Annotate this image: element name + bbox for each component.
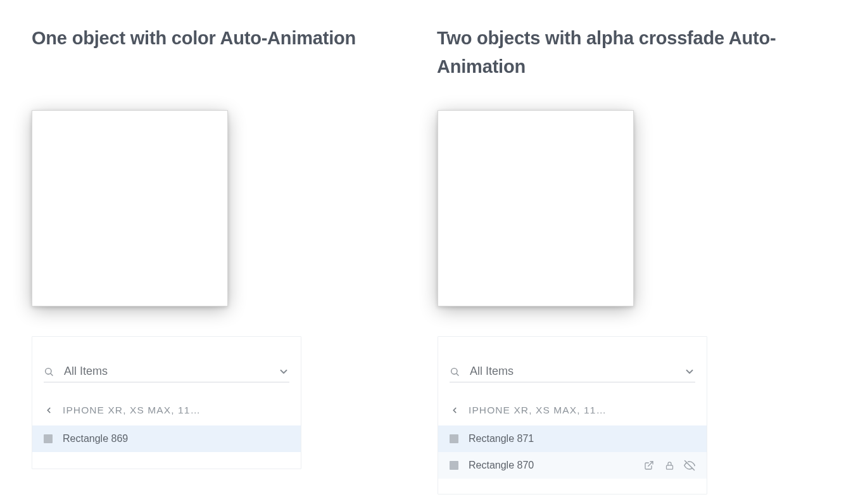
breadcrumb-label: IPHONE XR, XS MAX, 11… xyxy=(63,405,289,416)
layer-tools xyxy=(643,460,695,471)
preview-canvas-left xyxy=(32,110,228,306)
layers-panel-left: All Items IPHONE XR, XS MAX, 11… Rectang… xyxy=(32,336,301,469)
chevron-down-icon xyxy=(684,366,695,377)
filter-row[interactable]: All Items xyxy=(44,361,289,382)
layer-rows-right: Rectangle 871 Rectangle 870 xyxy=(438,425,707,479)
layer-rows-left: Rectangle 869 xyxy=(32,425,301,452)
breadcrumb-row[interactable]: IPHONE XR, XS MAX, 11… xyxy=(450,399,695,422)
chevron-down-icon xyxy=(278,366,289,377)
layer-label: Rectangle 869 xyxy=(63,433,289,444)
filter-label: All Items xyxy=(64,365,278,378)
chevron-left-icon xyxy=(44,405,54,415)
svg-line-3 xyxy=(457,374,458,375)
chevron-left-icon xyxy=(450,405,460,415)
search-icon xyxy=(450,367,460,377)
layer-swatch-icon xyxy=(44,434,53,443)
svg-point-2 xyxy=(451,368,457,374)
layer-row[interactable]: Rectangle 870 xyxy=(438,452,707,479)
heading-right: Two objects with alpha crossfade Auto-An… xyxy=(437,24,842,81)
lock-icon[interactable] xyxy=(664,460,675,471)
layer-row[interactable]: Rectangle 871 xyxy=(438,425,707,452)
svg-line-4 xyxy=(648,462,653,466)
layer-swatch-icon xyxy=(450,461,458,470)
layer-swatch-icon xyxy=(450,434,458,443)
svg-line-1 xyxy=(51,374,53,375)
preview-canvas-right xyxy=(438,110,634,306)
filter-row[interactable]: All Items xyxy=(450,361,695,382)
eye-off-icon[interactable] xyxy=(684,460,695,471)
layer-label: Rectangle 870 xyxy=(469,460,643,471)
breadcrumb-row[interactable]: IPHONE XR, XS MAX, 11… xyxy=(44,399,289,422)
open-external-icon[interactable] xyxy=(643,460,655,471)
layer-label: Rectangle 871 xyxy=(469,433,695,444)
svg-point-0 xyxy=(46,368,51,374)
svg-rect-5 xyxy=(666,465,672,469)
heading-left: One object with color Auto-Animation xyxy=(32,24,437,53)
layers-panel-right: All Items IPHONE XR, XS MAX, 11… Rectang… xyxy=(438,336,707,495)
breadcrumb-label: IPHONE XR, XS MAX, 11… xyxy=(469,405,695,416)
filter-label: All Items xyxy=(470,365,684,378)
layer-row[interactable]: Rectangle 869 xyxy=(32,425,301,452)
search-icon xyxy=(44,367,54,377)
